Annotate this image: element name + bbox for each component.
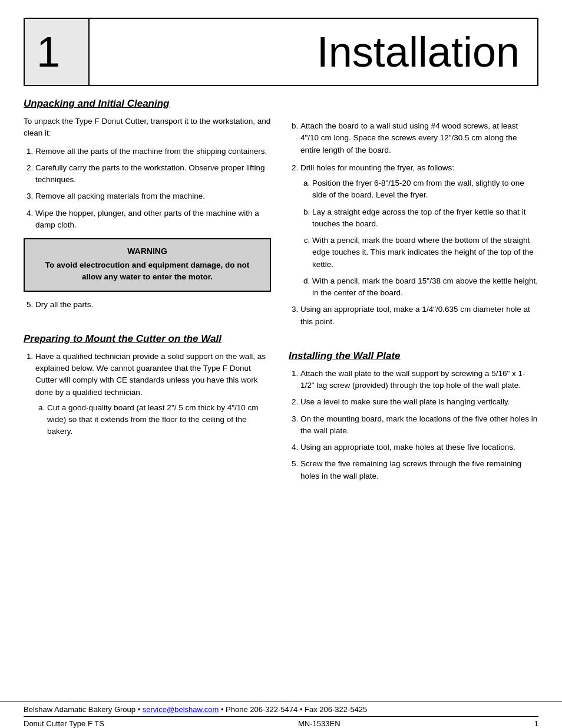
wall-plate-list: Attach the wall plate to the wall suppor…	[289, 368, 538, 482]
section1-list: Remove all the parts of the machine from…	[24, 146, 271, 232]
list-item: Attach the wall plate to the wall suppor…	[300, 368, 538, 392]
list-item: Have a qualified technician provide a so…	[35, 351, 271, 438]
main-content: Unpacking and Initial Cleaning To unpack…	[0, 98, 562, 701]
footer-company-text: Belshaw Adamatic Bakery Group •	[24, 705, 143, 714]
list-item: Drill holes for mounting the fryer, as f…	[300, 162, 538, 299]
page: 1 Installation Unpacking and Initial Cle…	[0, 0, 562, 728]
section1-step5-list: Dry all the parts.	[24, 299, 271, 311]
sub-list: Cut a good-quality board (at least 2"/ 5…	[35, 402, 271, 438]
list-item: Wipe the hopper, plunger, and other part…	[35, 207, 271, 232]
footer-manual: MN-1533EN	[298, 719, 340, 728]
left-column: Unpacking and Initial Cleaning To unpack…	[24, 98, 271, 701]
footer-bottom: Donut Cutter Type F TS MN-1533EN 1	[24, 717, 538, 728]
list-item: With a pencil, mark the board where the …	[312, 235, 538, 271]
section2-list: Have a qualified technician provide a so…	[24, 351, 271, 438]
list-item: Lay a straight edge across the top of th…	[312, 206, 538, 230]
step1-text: Have a qualified technician provide a so…	[35, 352, 266, 397]
footer: Belshaw Adamatic Bakery Group • service@…	[0, 701, 562, 728]
list-item: Position the fryer 6-8"/15-20 cm from th…	[312, 177, 538, 202]
warning-title: WARNING	[35, 246, 259, 256]
list-item: Dry all the parts.	[35, 299, 271, 311]
list-item: Remove all packing materials from the ma…	[35, 190, 271, 202]
chapter-title: Installation	[90, 19, 537, 85]
list-item: Use a level to make sure the wall plate …	[300, 396, 538, 408]
section1-intro: To unpack the Type F Donut Cutter, trans…	[24, 116, 271, 140]
chapter-number: 1	[25, 19, 90, 85]
warning-box: WARNING To avoid electrocution and equip…	[24, 238, 271, 292]
list-item: Carefully carry the parts to the worksta…	[35, 162, 271, 186]
section2-heading: Preparing to Mount the Cutter on the Wal…	[24, 333, 271, 345]
list-item: Cut a good-quality board (at least 2"/ 5…	[47, 402, 271, 438]
right-column: Attach the board to a wall stud using #4…	[289, 98, 538, 701]
list-item: Using an appropriate tool, make a 1/4"/0…	[300, 304, 538, 328]
list-item: On the mounting board, mark the location…	[300, 413, 538, 437]
list-item: Using an appropriate tool, make holes at…	[300, 442, 538, 453]
footer-phone-fax: • Phone 206-322-5474 • Fax 206-322-5425	[219, 705, 367, 714]
header-banner: 1 Installation	[24, 18, 538, 86]
section1-heading: Unpacking and Initial Cleaning	[24, 98, 271, 110]
list-item: Screw the five remaining lag screws thro…	[300, 458, 538, 482]
list-item: Attach the board to a wall stud using #4…	[300, 120, 538, 156]
wall-plate-heading: Installing the Wall Plate	[289, 350, 538, 362]
right-main-list: Drill holes for mounting the fryer, as f…	[289, 162, 538, 328]
section1-right-sublist: Attach the board to a wall stud using #4…	[289, 120, 538, 156]
warning-text: To avoid electrocution and equipment dam…	[35, 259, 259, 284]
footer-product: Donut Cutter Type F TS	[24, 719, 104, 728]
list-item: With a pencil, mark the board 15"/38 cm …	[312, 275, 538, 299]
footer-email[interactable]: service@belshaw.com	[143, 705, 219, 714]
step2-text: Drill holes for mounting the fryer, as f…	[300, 163, 454, 172]
footer-page: 1	[534, 719, 538, 728]
footer-company-line: Belshaw Adamatic Bakery Group • service@…	[24, 705, 538, 717]
sub-list-drill: Position the fryer 6-8"/15-20 cm from th…	[300, 177, 538, 299]
list-item: Remove all the parts of the machine from…	[35, 146, 271, 157]
